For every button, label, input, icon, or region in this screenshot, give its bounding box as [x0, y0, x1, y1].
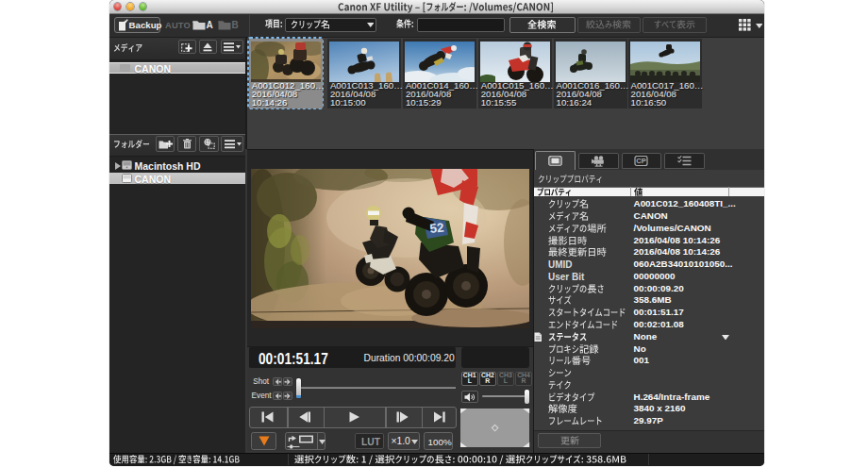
svg-text:52: 52: [429, 220, 445, 235]
svg-text:CP: CP: [636, 157, 645, 165]
